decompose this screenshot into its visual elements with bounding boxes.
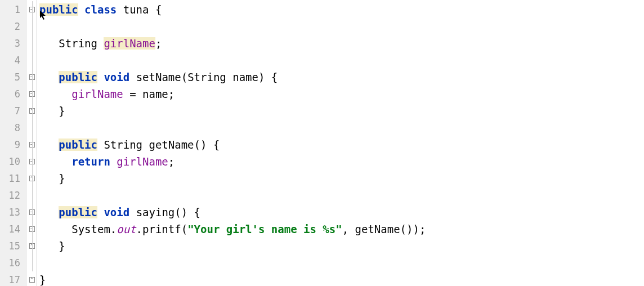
fold-line-icon xyxy=(27,52,37,69)
code-line[interactable] xyxy=(39,254,644,271)
code-line[interactable]: return girlName; xyxy=(39,153,644,170)
fold-line-icon xyxy=(27,187,37,204)
line-number[interactable]: 15 xyxy=(0,238,27,254)
line-number[interactable]: 3 xyxy=(0,35,27,52)
code-line[interactable]: } xyxy=(39,170,644,187)
line-number[interactable]: 5 xyxy=(0,69,27,86)
fold-line-icon xyxy=(27,254,37,271)
line-number[interactable]: 4 xyxy=(0,52,27,69)
line-number[interactable]: 7 xyxy=(0,102,27,119)
code-line[interactable] xyxy=(39,18,644,35)
fold-toggle-icon[interactable]: − xyxy=(27,153,37,170)
code-line[interactable]: } xyxy=(39,102,644,119)
code-editor[interactable]: public class tuna { String girlName; pub… xyxy=(37,0,644,286)
fold-close-icon[interactable]: ⌃ xyxy=(27,102,37,119)
fold-line-icon xyxy=(27,35,37,52)
line-number[interactable]: 13 xyxy=(0,204,27,221)
line-number-gutter: 1 2 3 4 5 6 7 8 9 10 11 12 13 14 15 16 1… xyxy=(0,0,27,286)
fold-toggle-icon[interactable]: − xyxy=(27,69,37,86)
fold-toggle-icon[interactable]: − xyxy=(27,204,37,221)
line-number[interactable]: 17 xyxy=(0,271,27,286)
fold-toggle-icon[interactable]: − xyxy=(27,86,37,102)
code-line[interactable]: public void setName(String name) { xyxy=(39,69,644,86)
line-number[interactable]: 9 xyxy=(0,136,27,153)
fold-close-icon[interactable]: ⌃ xyxy=(27,271,37,286)
line-number[interactable]: 6 xyxy=(0,86,27,102)
code-line[interactable]: public String getName() { xyxy=(39,136,644,153)
fold-toggle-icon[interactable]: − xyxy=(27,1,37,18)
line-number[interactable]: 11 xyxy=(0,170,27,187)
line-number[interactable]: 8 xyxy=(0,119,27,136)
line-number[interactable]: 14 xyxy=(0,221,27,238)
code-line[interactable]: } xyxy=(39,238,644,254)
code-line[interactable]: } xyxy=(39,271,644,286)
code-line[interactable]: girlName = name; xyxy=(39,86,644,102)
code-line[interactable]: String girlName; xyxy=(39,35,644,52)
line-number[interactable]: 2 xyxy=(0,18,27,35)
code-line[interactable] xyxy=(39,52,644,69)
code-line[interactable] xyxy=(39,187,644,204)
fold-toggle-icon[interactable]: − xyxy=(27,221,37,238)
fold-line-icon xyxy=(27,18,37,35)
code-line[interactable]: public void saying() { xyxy=(39,204,644,221)
line-number[interactable]: 16 xyxy=(0,254,27,271)
fold-close-icon[interactable]: ⌃ xyxy=(27,170,37,187)
code-line[interactable] xyxy=(39,119,644,136)
fold-gutter: − − − ⌃ − − ⌃ − − ⌃ ⌃ xyxy=(27,0,37,286)
code-line[interactable]: System.out.printf("Your girl's name is %… xyxy=(39,221,644,238)
fold-toggle-icon[interactable]: − xyxy=(27,136,37,153)
line-number[interactable]: 10 xyxy=(0,153,27,170)
line-number[interactable]: 12 xyxy=(0,187,27,204)
code-line[interactable]: public class tuna { xyxy=(39,1,644,18)
line-number[interactable]: 1 xyxy=(0,1,27,18)
fold-close-icon[interactable]: ⌃ xyxy=(27,238,37,254)
fold-line-icon xyxy=(27,119,37,136)
